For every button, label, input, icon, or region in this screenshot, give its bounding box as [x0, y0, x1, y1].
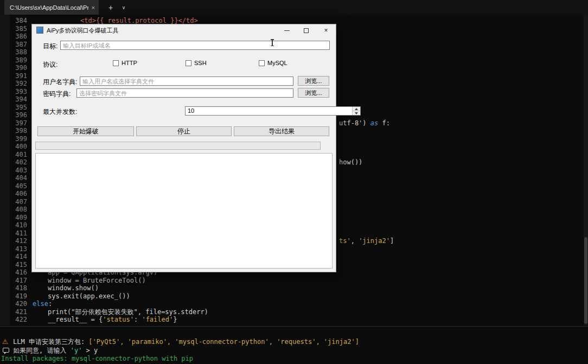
line-number: 400 [0, 143, 27, 151]
scrollbar[interactable] [584, 15, 588, 325]
line-number: 410 [0, 221, 27, 229]
line-number: 398 [0, 127, 27, 135]
dialog-titlebar[interactable]: AiPy多协议弱口令爆破工具 × [32, 24, 336, 36]
checkbox-http[interactable]: HTTP [113, 60, 137, 66]
export-button[interactable]: 导出结果 [234, 126, 329, 136]
code-text: __result__ = {'status': 'failed'} [48, 316, 177, 324]
spin-up-icon [355, 108, 358, 110]
line-number: 420 [0, 300, 27, 308]
concurrency-label: 最大并发数: [43, 108, 77, 116]
app-icon [36, 27, 43, 34]
close-button[interactable]: × [318, 24, 334, 36]
line-number: 390 [0, 64, 27, 72]
scrollbar-thumb[interactable] [584, 237, 587, 324]
warning-icon: ⚠ [2, 338, 8, 347]
code-text: window = BruteForceTool() [48, 277, 146, 285]
line-number: 418 [0, 284, 27, 292]
dialog-title: AiPy多协议弱口令爆破工具 [47, 27, 119, 35]
code-text: utf-8') as f: [339, 119, 390, 127]
line-number: 388 [0, 48, 27, 56]
line-number: 416 [0, 269, 27, 277]
username-browse-button[interactable]: 浏览... [298, 76, 329, 86]
password-dict-input[interactable] [76, 88, 293, 98]
username-dict-label: 用户名字典: [43, 78, 77, 86]
maximize-button[interactable] [298, 24, 314, 36]
close-icon: × [324, 27, 328, 34]
line-number: 407 [0, 198, 27, 206]
line-number: 422 [0, 316, 27, 324]
terminal-line: 418window.show() [0, 284, 588, 292]
line-number: 419 [0, 292, 27, 301]
checkbox-ssh-box[interactable] [186, 60, 191, 66]
line-number: 408 [0, 206, 27, 214]
checkbox-http-box[interactable] [113, 60, 119, 66]
tab-bar: C:\Users\sx\AppData\Local\Pr × + ∨ [0, 0, 588, 15]
line-number: 414 [0, 253, 27, 261]
line-number: 415 [0, 261, 27, 269]
bruteforce-dialog: AiPy多协议弱口令爆破工具 × 目标: 协议: HTTP SSH MySQL … [31, 24, 336, 272]
start-button[interactable]: 开始爆破 [37, 126, 134, 136]
maximize-icon [304, 28, 309, 33]
bottom-messages: ⚠LLM 申请安装第三方包: ['PyQt5', 'paramiko', 'my… [0, 326, 588, 364]
spin-up-button[interactable] [353, 107, 360, 111]
line-number: 385 [0, 25, 27, 33]
line-number: 399 [0, 135, 27, 143]
code-text: ts', 'jinja2'] [339, 237, 394, 245]
line-number: 409 [0, 214, 27, 222]
code-text: else: [33, 300, 52, 308]
spin-buttons [352, 107, 360, 115]
console-message: Install packages: mysql-connector-python… [0, 355, 588, 363]
checkbox-http-label: HTTP [122, 60, 137, 66]
line-number: 412 [0, 237, 27, 245]
minimize-icon [284, 30, 290, 31]
progress-bar [35, 142, 321, 150]
concurrency-spinbox[interactable]: 10 [185, 106, 361, 116]
line-number: 401 [0, 151, 27, 159]
terminal-line: 417window = BruteForceTool() [0, 277, 588, 285]
text-cursor [270, 39, 274, 46]
stop-button[interactable]: 停止 [136, 126, 232, 136]
line-number: 411 [0, 229, 27, 238]
results-area[interactable] [35, 153, 333, 269]
target-label: 目标: [43, 42, 57, 50]
line-number: 386 [0, 33, 27, 41]
tab-close-icon[interactable]: × [92, 4, 95, 11]
target-input[interactable] [60, 41, 330, 50]
line-number: 417 [0, 277, 27, 285]
line-number: 405 [0, 182, 27, 190]
line-number: 421 [0, 308, 27, 316]
terminal-line: 419sys.exit(app.exec_()) [0, 292, 588, 301]
terminal-line: 420else: [0, 300, 588, 308]
line-number: 395 [0, 104, 27, 112]
code-text: sys.exit(app.exec_()) [48, 292, 130, 301]
checkbox-ssh[interactable]: SSH [186, 60, 207, 66]
code-text: print("部分依赖包安装失败", file=sys.stderr) [48, 308, 208, 316]
console-message: ⚠LLM 申请安装第三方包: ['PyQt5', 'paramiko', 'my… [0, 338, 588, 347]
line-number: 396 [0, 111, 27, 119]
checkbox-mysql-label: MySQL [267, 60, 287, 66]
protocol-label: 协议: [43, 61, 57, 68]
line-number: 406 [0, 190, 27, 198]
line-number: 413 [0, 245, 27, 253]
checkbox-mysql-box[interactable] [259, 60, 265, 66]
username-dict-input[interactable] [80, 76, 293, 86]
minimize-button[interactable] [279, 24, 295, 36]
line-number: 391 [0, 72, 27, 80]
console-message: 如果同意, 请输入 'y' > y [0, 347, 588, 355]
new-tab-button[interactable]: + [104, 0, 117, 15]
line-number: 387 [0, 41, 27, 49]
tab-dropdown-icon[interactable]: ∨ [117, 0, 130, 15]
line-number: 384 [0, 17, 27, 25]
spin-down-button[interactable] [353, 111, 360, 115]
terminal-window: C:\Users\sx\AppData\Local\Pr × + ∨ 384<t… [0, 0, 588, 364]
line-number: 404 [0, 174, 27, 182]
code-text: how()) [339, 158, 362, 167]
password-browse-button[interactable]: 浏览... [298, 88, 329, 98]
terminal-tab[interactable]: C:\Users\sx\AppData\Local\Pr × [4, 0, 99, 15]
line-number: 403 [0, 167, 27, 175]
checkbox-mysql[interactable]: MySQL [259, 60, 287, 66]
line-number: 402 [0, 158, 27, 167]
code-text: window.show() [48, 284, 99, 292]
spin-down-icon [355, 112, 358, 114]
line-number: 394 [0, 95, 27, 104]
